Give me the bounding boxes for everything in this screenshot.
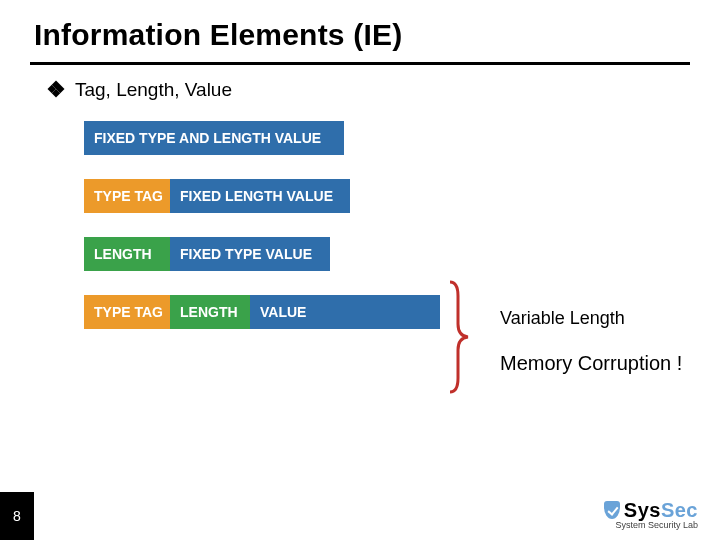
cell-type-tag: TYPE TAG [84, 179, 170, 213]
page-number: 8 [0, 492, 34, 540]
cell-fixed-tlv: FIXED TYPE AND LENGTH VALUE [84, 121, 344, 155]
ie-diagram: FIXED TYPE AND LENGTH VALUE TYPE TAG FIX… [0, 101, 720, 329]
row-length-fixedtypevalue: LENGTH FIXED TYPE VALUE [84, 237, 720, 271]
cell-length: LENGTH [84, 237, 170, 271]
cell-length-2: LENGTH [170, 295, 250, 329]
subtitle-text: Tag, Length, Value [75, 79, 232, 100]
cell-fixed-length-value: FIXED LENGTH VALUE [170, 179, 350, 213]
row-fixed-type-length-value: FIXED TYPE AND LENGTH VALUE [84, 121, 720, 155]
logo-brand: SysSec [604, 499, 698, 522]
brace-icon [444, 278, 474, 396]
logo-sys: Sys [624, 499, 661, 521]
row-typetag-fixedlengthvalue: TYPE TAG FIXED LENGTH VALUE [84, 179, 720, 213]
slide-title: Information Elements (IE) [34, 18, 686, 52]
bullet-diamond-icon [48, 81, 65, 98]
memory-corruption-label: Memory Corruption ! [500, 351, 710, 376]
variable-length-label: Variable Length [500, 308, 710, 329]
cell-fixed-type-value: FIXED TYPE VALUE [170, 237, 330, 271]
cell-type-tag-2: TYPE TAG [84, 295, 170, 329]
syssec-logo: SysSec System Security Lab [604, 499, 698, 530]
shield-icon [604, 501, 620, 519]
logo-subtext: System Security Lab [604, 520, 698, 530]
cell-value: VALUE [250, 295, 440, 329]
logo-sec: Sec [661, 499, 698, 521]
side-annotations: Variable Length Memory Corruption ! [500, 308, 710, 376]
subtitle-line: Tag, Length, Value [0, 65, 720, 101]
